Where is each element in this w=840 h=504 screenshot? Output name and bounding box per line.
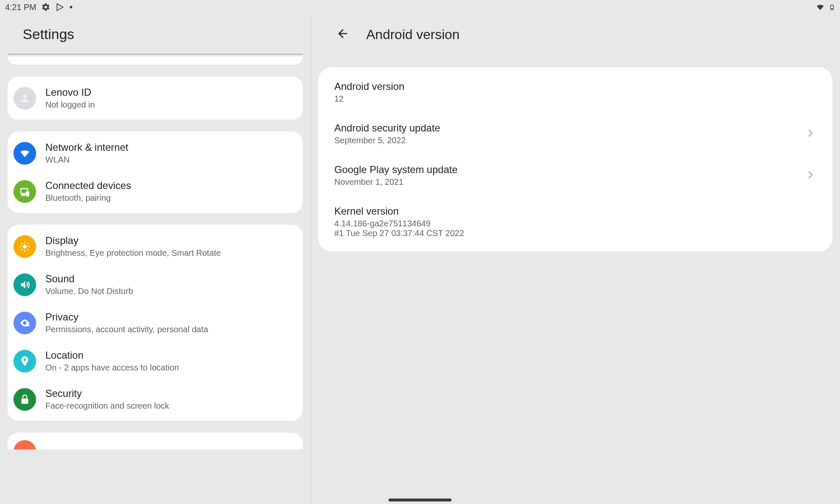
- detail-row-android_version[interactable]: Android version12: [318, 71, 832, 113]
- pen-icon: [13, 440, 36, 449]
- sidebar-item-location[interactable]: LocationOn - 2 apps have access to locat…: [8, 342, 303, 380]
- sidebar-item-sub: Not logged in: [45, 100, 95, 110]
- detail-row-sub: 4.14.186-ga2e751134649 #1 Tue Sep 27 03:…: [334, 219, 816, 238]
- detail-row-title: Kernel version: [334, 205, 816, 217]
- navigation-handle[interactable]: [388, 499, 452, 501]
- connected-icon: [13, 180, 36, 203]
- display-icon: [13, 235, 36, 258]
- sidebar-item-sub: Permissions, account activity, personal …: [45, 325, 208, 334]
- back-button[interactable]: [333, 24, 353, 45]
- svg-rect-2: [831, 8, 833, 9]
- sidebar-item-label: Connected devices: [45, 180, 131, 192]
- detail-card: Android version12Android security update…: [318, 67, 832, 252]
- detail-row-security_update[interactable]: Android security updateSeptember 5, 2022: [318, 113, 832, 155]
- detail-header: Android version: [318, 14, 832, 55]
- sidebar-item-label: Location: [45, 349, 179, 361]
- status-bar: 4:21 PM: [0, 0, 840, 14]
- sidebar-item-sub: Brightness, Eye protection mode, Smart R…: [45, 248, 221, 258]
- network-group: Network & internetWLANConnected devicesB…: [8, 131, 303, 213]
- settings-list[interactable]: Lenovo ID Not logged in Network & intern…: [8, 55, 303, 504]
- sidebar-item-privacy[interactable]: PrivacyPermissions, account activity, pe…: [8, 304, 303, 342]
- detail-pane: Android version Android version12Android…: [311, 14, 840, 504]
- detail-row-sub: 12: [334, 94, 816, 104]
- svg-line-12: [27, 243, 28, 244]
- detail-row-sub: November 1, 2021: [334, 177, 805, 187]
- settings-master-pane: Settings Lenovo ID Not logged in Network…: [0, 14, 311, 504]
- sidebar-item-security[interactable]: SecurityFace-recognition and screen lock: [8, 380, 303, 418]
- sidebar-item-label: Privacy: [45, 311, 208, 323]
- avatar-icon: [13, 87, 36, 110]
- detail-row-sub: September 5, 2022: [334, 136, 805, 145]
- settings-header: Settings: [8, 14, 303, 55]
- battery-icon: [829, 3, 835, 12]
- wifi-icon: [816, 3, 825, 12]
- chevron-right-icon: [805, 169, 816, 182]
- search-card-sliver: [8, 56, 303, 65]
- sidebar-item-sub: Face-recognition and screen lock: [45, 401, 169, 411]
- detail-row-title: Google Play system update: [334, 164, 805, 176]
- sound-icon: [13, 273, 36, 296]
- account-group: Lenovo ID Not logged in: [8, 76, 303, 120]
- notification-dot-icon: [70, 6, 72, 8]
- sidebar-item-sub: On - 2 apps have access to location: [45, 363, 179, 373]
- detail-row-title: Android version: [334, 81, 816, 92]
- svg-rect-13: [26, 323, 29, 326]
- sidebar-item-label: Lenovo ID: [45, 87, 95, 98]
- arrow-back-icon: [336, 27, 349, 42]
- chevron-right-icon: [805, 127, 816, 141]
- security-icon: [13, 388, 36, 411]
- network-icon: [13, 142, 36, 165]
- svg-line-11: [21, 249, 22, 249]
- device-group: DisplayBrightness, Eye protection mode, …: [8, 225, 303, 421]
- sidebar-item-sound[interactable]: SoundVolume, Do Not Disturb: [8, 265, 303, 304]
- svg-point-4: [23, 244, 26, 248]
- location-icon: [13, 350, 36, 373]
- play-store-icon: [55, 3, 65, 12]
- sidebar-item-sub: Volume, Do Not Disturb: [45, 286, 133, 296]
- sidebar-item-label: Sound: [45, 273, 133, 285]
- sidebar-item-sub: Bluetooth, pairing: [45, 193, 131, 203]
- sidebar-item-lenovo-id[interactable]: Lenovo ID Not logged in: [8, 79, 303, 117]
- detail-row-title: Android security update: [334, 122, 805, 134]
- sidebar-item-label: Security: [45, 388, 169, 399]
- sidebar-item-network[interactable]: Network & internetWLAN: [8, 134, 303, 172]
- sidebar-item-label: Display: [45, 235, 221, 247]
- sidebar-item-display[interactable]: DisplayBrightness, Eye protection mode, …: [8, 227, 303, 265]
- detail-row-kernel[interactable]: Kernel version4.14.186-ga2e751134649 #1 …: [318, 196, 832, 247]
- svg-line-10: [27, 249, 28, 249]
- svg-rect-14: [21, 398, 28, 404]
- status-time: 4:21 PM: [5, 3, 36, 12]
- sidebar-item-sub: WLAN: [45, 155, 128, 165]
- gear-icon: [41, 3, 50, 12]
- privacy-icon: [13, 312, 36, 334]
- svg-rect-3: [26, 192, 29, 197]
- sidebar-item-label: Network & internet: [45, 142, 128, 153]
- detail-title: Android version: [366, 27, 459, 42]
- detail-row-play_update[interactable]: Google Play system updateNovember 1, 202…: [318, 155, 832, 196]
- sidebar-item-connected[interactable]: Connected devicesBluetooth, pairing: [8, 172, 303, 210]
- settings-title: Settings: [23, 26, 74, 42]
- svg-rect-1: [831, 5, 833, 5]
- svg-line-9: [21, 243, 22, 244]
- next-group-partial: [8, 433, 303, 449]
